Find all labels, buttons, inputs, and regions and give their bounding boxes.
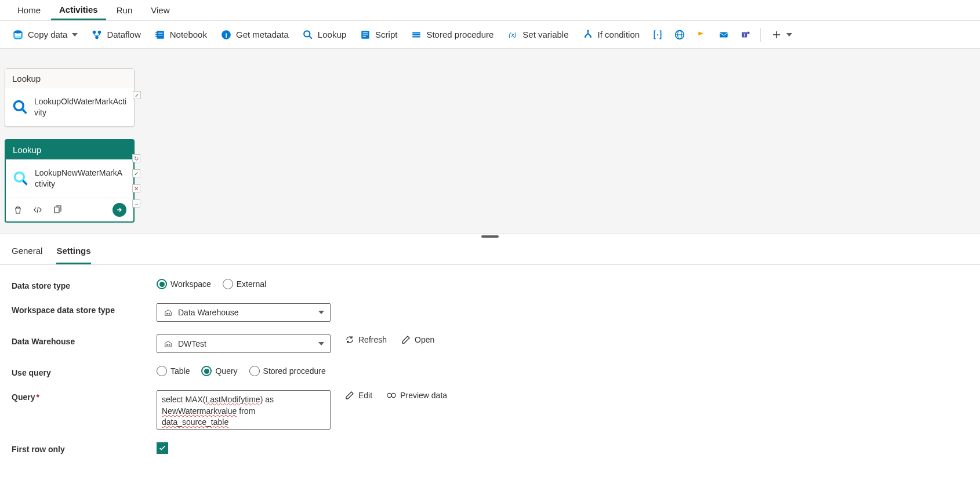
radio-external-label: External (237, 279, 266, 289)
settings-panel: Data store type Workspace External Works… (0, 265, 980, 481)
toolbar-get-metadata-label: Get metadata (236, 30, 289, 39)
toolbar-script-label: Script (375, 30, 397, 39)
activity-name-label: LookupNewWaterMarkActivity (35, 168, 126, 190)
activities-toolbar: Copy data Dataflow Notebook i Get metada… (0, 21, 980, 49)
label-first-row-only: First row only (12, 442, 157, 454)
radio-table-label: Table (170, 366, 190, 376)
radio-query[interactable]: Query (201, 366, 237, 376)
svg-point-33 (15, 172, 24, 181)
toolbar-if-condition-label: If condition (598, 30, 640, 39)
required-star-icon: * (36, 392, 39, 402)
svg-line-34 (23, 180, 27, 184)
preview-data-label: Preview data (400, 391, 447, 400)
toolbar-copy-data[interactable]: Copy data (7, 27, 84, 43)
svg-rect-16 (413, 32, 421, 33)
svg-point-4 (96, 35, 99, 39)
refresh-button[interactable]: Refresh (344, 334, 387, 345)
open-label: Open (415, 335, 434, 344)
splitter-handle[interactable] (0, 234, 980, 239)
radio-stored-procedure[interactable]: Stored procedure (249, 366, 326, 376)
code-icon[interactable] (32, 205, 43, 215)
tab-settings[interactable]: Settings (56, 239, 90, 264)
svg-text:(x): (x) (509, 31, 517, 38)
toolbar-teams[interactable]: T (736, 27, 756, 43)
toolbar-get-metadata[interactable]: i Get metadata (215, 27, 295, 43)
toolbar-more-3[interactable] (714, 27, 734, 43)
rerun-badge-icon[interactable]: ↻ (132, 154, 140, 162)
svg-rect-8 (155, 32, 157, 33)
toolbar-stored-procedure[interactable]: Stored procedure (405, 27, 499, 43)
mail-icon (718, 30, 729, 40)
top-menu-bar: Home Activities Run View (0, 0, 980, 21)
flag-icon (696, 30, 707, 40)
svg-line-32 (23, 109, 27, 113)
svg-point-41 (391, 393, 395, 397)
radio-workspace[interactable]: Workspace (157, 279, 211, 289)
success-badge-icon[interactable]: ✓ (133, 91, 141, 99)
svg-rect-38 (166, 344, 168, 346)
settings-tab-bar: General Settings (0, 239, 980, 265)
svg-rect-35 (55, 207, 59, 213)
toolbar-dataflow[interactable]: Dataflow (86, 27, 146, 43)
svg-point-30 (747, 31, 750, 34)
query-textarea[interactable]: select MAX(LastModifytime) as NewWaterma… (157, 390, 331, 430)
dropdown-workspace-ds-type[interactable]: Data Warehouse (157, 303, 331, 322)
menu-run[interactable]: Run (108, 1, 141, 19)
radio-table[interactable]: Table (157, 366, 190, 376)
dropdown-value: Data Warehouse (178, 308, 239, 317)
toolbar-script[interactable]: Script (354, 27, 403, 43)
toolbar-if-condition[interactable]: If condition (577, 27, 646, 43)
run-button[interactable] (112, 203, 126, 217)
toolbar-add[interactable] (765, 27, 798, 43)
svg-point-20 (587, 30, 589, 31)
stored-procedure-icon (411, 30, 422, 40)
svg-rect-39 (169, 344, 170, 346)
svg-rect-18 (413, 36, 421, 37)
preview-data-button[interactable]: Preview data (386, 390, 447, 401)
preview-icon (386, 390, 397, 401)
chevron-down-icon (72, 33, 78, 37)
svg-rect-10 (155, 36, 157, 37)
toolbar-lookup[interactable]: Lookup (297, 27, 352, 43)
dropdown-data-warehouse[interactable]: DWTest (157, 334, 331, 353)
notebook-icon (155, 30, 165, 40)
svg-text:i: i (225, 31, 227, 38)
edit-query-button[interactable]: Edit (344, 390, 372, 401)
teams-icon: T (741, 30, 751, 40)
menu-view[interactable]: View (143, 1, 177, 19)
radio-external[interactable]: External (223, 279, 266, 289)
label-query: Query* (12, 390, 157, 402)
svg-rect-17 (413, 34, 421, 35)
svg-point-40 (387, 393, 391, 397)
svg-point-31 (14, 101, 24, 110)
tab-general[interactable]: General (12, 239, 42, 264)
open-button[interactable]: Open (401, 334, 434, 345)
toolbar-more-2[interactable] (692, 27, 712, 43)
radio-query-label: Query (215, 366, 237, 376)
skip-badge-icon[interactable]: → (132, 199, 140, 208)
pipeline-canvas[interactable]: Lookup LookupOldWaterMarkActivity ✓ Look… (0, 49, 980, 234)
success-badge-icon[interactable]: ✓ (132, 169, 140, 177)
copy-icon[interactable] (52, 205, 63, 215)
activity-node-lookup-new-watermark[interactable]: Lookup LookupNewWaterMarkActivity ↻ ✓ ✕ … (5, 139, 135, 223)
svg-point-0 (14, 30, 22, 34)
menu-home[interactable]: Home (9, 1, 49, 19)
toolbar-dataflow-label: Dataflow (107, 30, 140, 39)
toolbar-more-1[interactable] (648, 27, 667, 43)
fail-badge-icon[interactable]: ✕ (132, 184, 140, 192)
label-workspace-ds-type: Workspace data store type (12, 303, 157, 315)
menu-activities[interactable]: Activities (51, 1, 106, 20)
toolbar-notebook[interactable]: Notebook (149, 27, 213, 43)
svg-line-14 (309, 36, 312, 39)
toolbar-separator (760, 28, 761, 42)
delete-icon[interactable] (13, 205, 23, 215)
toolbar-web[interactable] (670, 27, 689, 43)
toolbar-set-variable[interactable]: (x) Set variable (502, 27, 574, 43)
chevron-down-icon (786, 33, 792, 37)
toolbar-stored-procedure-label: Stored procedure (426, 30, 493, 39)
checkbox-first-row-only[interactable] (157, 442, 168, 454)
brackets-icon (652, 30, 663, 40)
svg-rect-7 (158, 35, 162, 35)
toolbar-lookup-label: Lookup (318, 30, 346, 39)
activity-node-lookup-old-watermark[interactable]: Lookup LookupOldWaterMarkActivity ✓ (5, 68, 135, 127)
